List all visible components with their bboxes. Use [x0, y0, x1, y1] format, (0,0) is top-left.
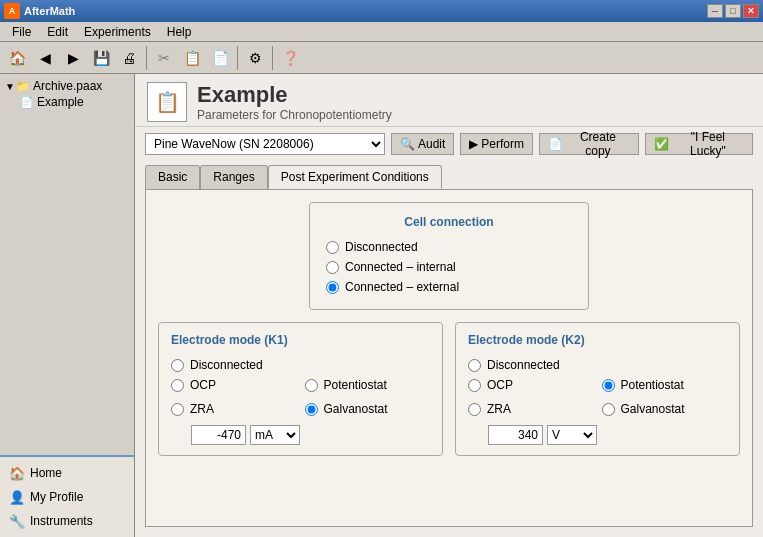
- k2-potentiostat-radio[interactable]: [602, 379, 615, 392]
- k1-potentiostat-option[interactable]: Potentiostat: [305, 375, 431, 395]
- k1-galvanostat-radio[interactable]: [305, 403, 318, 416]
- nav-profile-label: My Profile: [30, 490, 83, 504]
- electrode-k1-box: Electrode mode (K1) Disconnected OCP Pot…: [158, 322, 443, 456]
- perform-icon: ▶: [469, 137, 478, 151]
- nav-home[interactable]: 🏠 Home: [4, 461, 130, 485]
- k2-disconnected-radio[interactable]: [468, 359, 481, 372]
- tab-basic[interactable]: Basic: [145, 165, 200, 189]
- toolbar-home[interactable]: 🏠: [4, 45, 30, 71]
- k1-galvanostat-label: Galvanostat: [324, 402, 388, 416]
- cell-connected-external-option[interactable]: Connected – external: [326, 277, 572, 297]
- create-copy-button[interactable]: 📄 Create copy: [539, 133, 639, 155]
- toolbar-forward[interactable]: ▶: [60, 45, 86, 71]
- k1-disconnected-option[interactable]: Disconnected: [171, 355, 430, 375]
- cell-disconnected-option[interactable]: Disconnected: [326, 237, 572, 257]
- instruments-nav-icon: 🔧: [8, 512, 26, 530]
- k1-zra-option[interactable]: ZRA: [171, 399, 297, 419]
- content-panel: 📋 Example Parameters for Chronopotentiom…: [135, 74, 763, 537]
- k1-zra-radio[interactable]: [171, 403, 184, 416]
- k1-ocp-label: OCP: [190, 378, 216, 392]
- content-title: Example: [197, 82, 392, 108]
- k1-ocp-option[interactable]: OCP: [171, 375, 297, 395]
- k2-disconnected-label: Disconnected: [487, 358, 560, 372]
- tabs: Basic Ranges Post Experiment Conditions: [135, 161, 763, 189]
- cell-connected-external-radio[interactable]: [326, 281, 339, 294]
- electrode-section: Electrode mode (K1) Disconnected OCP Pot…: [158, 322, 740, 456]
- cell-connected-internal-option[interactable]: Connected – internal: [326, 257, 572, 277]
- audit-button[interactable]: 🔍 Audit: [391, 133, 454, 155]
- toolbar-copy[interactable]: 📋: [179, 45, 205, 71]
- lucky-icon: ✅: [654, 137, 669, 151]
- k2-zra-option[interactable]: ZRA: [468, 399, 594, 419]
- electrode-k1-title: Electrode mode (K1): [171, 333, 430, 347]
- close-button[interactable]: ✕: [743, 4, 759, 18]
- toolbar-settings[interactable]: ⚙: [242, 45, 268, 71]
- title-bar: A AfterMath ─ □ ✕: [0, 0, 763, 22]
- k2-zra-radio[interactable]: [468, 403, 481, 416]
- bottom-nav: 🏠 Home 👤 My Profile 🔧 Instruments: [0, 455, 134, 537]
- nav-instruments[interactable]: 🔧 Instruments: [4, 509, 130, 533]
- archive-icon: 📁: [16, 80, 30, 93]
- toolbar-paste[interactable]: 📄: [207, 45, 233, 71]
- k2-unit-select[interactable]: V mV µV: [547, 425, 597, 445]
- k2-potentiostat-label: Potentiostat: [621, 378, 684, 392]
- k2-potentiostat-option[interactable]: Potentiostat: [602, 375, 728, 395]
- menu-help[interactable]: Help: [159, 23, 200, 41]
- content-header: 📋 Example Parameters for Chronopotentiom…: [135, 74, 763, 127]
- k2-ocp-radio[interactable]: [468, 379, 481, 392]
- instrument-bar: Pine WaveNow (SN 2208006) 🔍 Audit ▶ Perf…: [135, 127, 763, 161]
- content-subtitle: Parameters for Chronopotentiometry: [197, 108, 392, 122]
- k2-ocp-label: OCP: [487, 378, 513, 392]
- toolbar-help[interactable]: ❓: [277, 45, 303, 71]
- audit-icon: 🔍: [400, 137, 415, 151]
- toolbar-save[interactable]: 💾: [88, 45, 114, 71]
- create-copy-icon: 📄: [548, 137, 563, 151]
- toolbar-print[interactable]: 🖨: [116, 45, 142, 71]
- menu-file[interactable]: File: [4, 23, 39, 41]
- perform-button[interactable]: ▶ Perform: [460, 133, 533, 155]
- app-icon: A: [4, 3, 20, 19]
- k2-disconnected-option[interactable]: Disconnected: [468, 355, 727, 375]
- k2-galvanostat-option[interactable]: Galvanostat: [602, 399, 728, 419]
- k2-radio-grid: OCP Potentiostat ZRA Galvanostat: [468, 375, 727, 419]
- nav-instruments-label: Instruments: [30, 514, 93, 528]
- menu-edit[interactable]: Edit: [39, 23, 76, 41]
- electrode-k2-title: Electrode mode (K2): [468, 333, 727, 347]
- k2-ocp-option[interactable]: OCP: [468, 375, 594, 395]
- k1-disconnected-radio[interactable]: [171, 359, 184, 372]
- k1-ocp-radio[interactable]: [171, 379, 184, 392]
- tree-item-archive[interactable]: ▼ 📁 Archive.paax: [4, 78, 130, 94]
- k2-galvanostat-label: Galvanostat: [621, 402, 685, 416]
- cell-disconnected-radio[interactable]: [326, 241, 339, 254]
- menu-bar: File Edit Experiments Help: [0, 22, 763, 42]
- toolbar-separator-1: [146, 46, 147, 70]
- example-icon: 📄: [20, 96, 34, 109]
- k2-galvanostat-radio[interactable]: [602, 403, 615, 416]
- cell-connected-internal-radio[interactable]: [326, 261, 339, 274]
- nav-profile[interactable]: 👤 My Profile: [4, 485, 130, 509]
- tree-label-example: Example: [37, 95, 84, 109]
- toolbar-cut[interactable]: ✂: [151, 45, 177, 71]
- k1-disconnected-label: Disconnected: [190, 358, 263, 372]
- k1-potentiostat-radio[interactable]: [305, 379, 318, 392]
- k1-unit-select[interactable]: mA µA A: [250, 425, 300, 445]
- maximize-button[interactable]: □: [725, 4, 741, 18]
- k2-value-input[interactable]: [488, 425, 543, 445]
- toolbar-back[interactable]: ◀: [32, 45, 58, 71]
- main-layout: ▼ 📁 Archive.paax 📄 Example 🏠 Home 👤 My P…: [0, 74, 763, 537]
- toolbar-separator-3: [272, 46, 273, 70]
- k1-radio-grid: OCP Potentiostat ZRA Galvanostat: [171, 375, 430, 419]
- k1-galvanostat-option[interactable]: Galvanostat: [305, 399, 431, 419]
- tree-item-example[interactable]: 📄 Example: [4, 94, 130, 110]
- tab-post-experiment[interactable]: Post Experiment Conditions: [268, 165, 442, 189]
- tree-label-archive: Archive.paax: [33, 79, 102, 93]
- menu-experiments[interactable]: Experiments: [76, 23, 159, 41]
- i-feel-lucky-button[interactable]: ✅ "I Feel Lucky": [645, 133, 753, 155]
- tree-expand-archive[interactable]: ▼: [4, 81, 16, 92]
- k1-value-input[interactable]: [191, 425, 246, 445]
- k2-zra-label: ZRA: [487, 402, 511, 416]
- minimize-button[interactable]: ─: [707, 4, 723, 18]
- cell-connection-box: Cell connection Disconnected Connected –…: [309, 202, 589, 310]
- instrument-select[interactable]: Pine WaveNow (SN 2208006): [145, 133, 385, 155]
- tab-ranges[interactable]: Ranges: [200, 165, 267, 189]
